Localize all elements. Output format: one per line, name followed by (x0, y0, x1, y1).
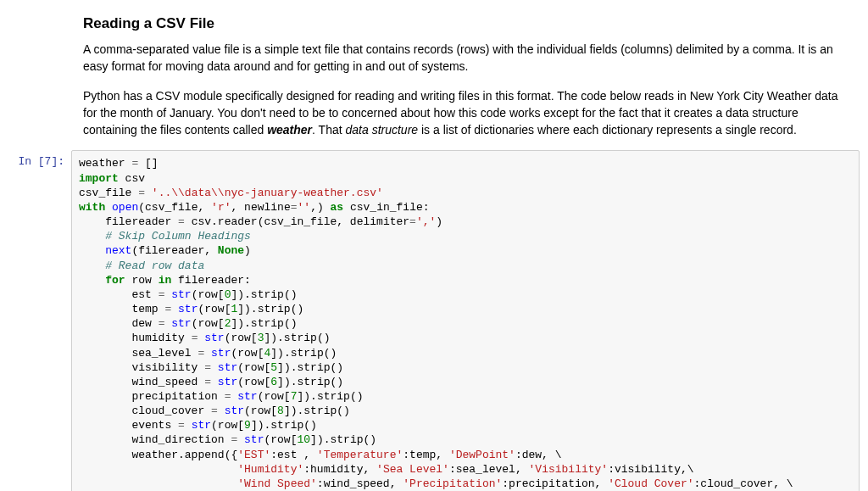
notebook-container: Reading a CSV File A comma-separated val… (0, 0, 868, 491)
inline-bold-italic: weather (267, 123, 312, 137)
paragraph-2: Python has a CSV module specifically des… (83, 87, 848, 139)
paragraph-2-part-b: . That (312, 123, 345, 137)
input-prompt: In [7]: (0, 150, 71, 168)
paragraph-1: A comma-separated value file is a simple… (83, 41, 848, 75)
code-input-area[interactable]: weather = [] import csv csv_file = '..\\… (71, 150, 860, 491)
paragraph-2-part-c: is a list of dictionaries where each dic… (418, 123, 797, 137)
code-cell: In [7]: weather = [] import csv csv_file… (0, 150, 868, 491)
inline-italic: data structure (346, 123, 419, 137)
markdown-cell: Reading a CSV File A comma-separated val… (80, 15, 851, 138)
section-heading: Reading a CSV File (83, 15, 848, 32)
